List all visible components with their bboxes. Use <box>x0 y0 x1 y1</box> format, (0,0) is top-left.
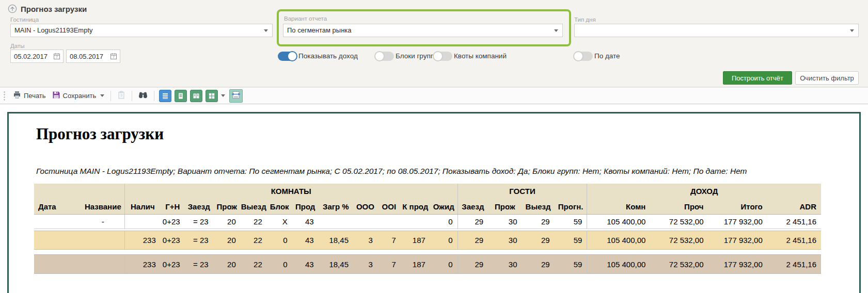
table-cell: 22 <box>241 255 267 274</box>
report-table: КОМНАТЫГОСТИДОХОДДатаНазваниеНаличГ+НЗае… <box>34 184 821 274</box>
table-cell: 29 <box>522 215 554 229</box>
table-cell: 29 <box>522 231 554 250</box>
table-cell <box>34 215 82 229</box>
toggle-knob <box>287 51 297 61</box>
view-continuous-button[interactable] <box>159 90 171 102</box>
table-cell: 20 <box>213 231 241 250</box>
chevron-down-icon[interactable] <box>221 94 225 97</box>
table-cell: 22 <box>241 231 267 250</box>
toolbar-drag-handle[interactable] <box>3 91 6 101</box>
calendar-icon[interactable]: 7 <box>110 53 117 60</box>
build-report-button[interactable]: Построить отчёт <box>723 71 792 85</box>
table-cell: 3 <box>353 231 377 250</box>
collapse-panel-icon[interactable] <box>8 4 17 13</box>
column-header: Налич <box>124 199 160 215</box>
table-cell: 29 <box>457 215 488 229</box>
table-cell: 18,45 <box>319 231 353 250</box>
view-two-pages-button[interactable] <box>190 90 202 102</box>
toolbar-separator <box>132 91 132 101</box>
group-blocks-toggle[interactable] <box>375 52 394 61</box>
table-cell: 0 <box>267 231 292 250</box>
show-revenue-toggle[interactable] <box>278 52 296 61</box>
group-blocks-toggle-label: Блоки групп <box>396 52 434 60</box>
table-cell: 105 400,00 <box>587 255 650 274</box>
calendar-icon[interactable]: 7 <box>53 53 60 60</box>
column-header: Ожид <box>430 199 457 215</box>
table-cell: 22 <box>241 215 267 229</box>
column-header: Проч <box>650 199 708 215</box>
table-cell <box>82 255 125 274</box>
table-cell: 105 400,00 <box>587 215 650 229</box>
table-cell: 20 <box>213 215 241 229</box>
report-subtitle: Гостиница MAIN - Logus21193Empty; Вариан… <box>36 167 747 176</box>
table-cell: 0 <box>430 255 457 274</box>
clear-filter-button[interactable]: Очистить фильтр <box>795 71 859 85</box>
table-cell: 43 <box>292 255 319 274</box>
table-cell: 177 932,00 <box>708 215 767 229</box>
fit-page-width-button[interactable] <box>229 89 243 103</box>
hotel-label: Гостиница <box>10 17 39 23</box>
view-single-page-button[interactable] <box>175 90 187 102</box>
by-date-toggle[interactable] <box>574 52 593 61</box>
column-header: Дата <box>34 199 82 215</box>
report-table-wrap: КОМНАТЫГОСТИДОХОДДатаНазваниеНаличГ+НЗае… <box>34 184 821 274</box>
table-cell <box>82 231 125 250</box>
hotel-select[interactable]: MAIN - Logus21193Empty <box>10 24 273 37</box>
printer-icon <box>13 91 21 101</box>
save-button-label: Сохранить <box>63 92 97 100</box>
column-header: Выезд <box>241 199 267 215</box>
svg-text:?: ? <box>120 94 122 97</box>
day-type-select[interactable] <box>574 24 859 37</box>
table-cell: 177 932,00 <box>708 231 767 250</box>
table-row: 2330+23= 23202204318,4537187029302959105… <box>34 255 821 274</box>
page-title: Прогноз загрузки <box>21 5 87 13</box>
column-header: Итого <box>708 199 767 215</box>
company-quotas-toggle-label: Квоты компаний <box>454 52 507 60</box>
company-quotas-toggle[interactable] <box>434 52 452 61</box>
report-variant-select[interactable]: По сегментам рынка <box>283 24 563 37</box>
view-multi-page-button[interactable] <box>206 90 218 102</box>
report-toolbar: Печать Сохранить <box>0 87 868 104</box>
day-type-label: Тип дня <box>574 17 596 23</box>
table-cell: 187 <box>401 231 430 250</box>
table-cell: = 23 <box>185 255 213 274</box>
column-header: Комн <box>587 199 650 215</box>
print-button[interactable]: Печать <box>10 89 49 102</box>
dates-label: Даты <box>10 43 24 49</box>
table-cell: 59 <box>555 231 587 250</box>
binoculars-search-icon <box>138 91 148 100</box>
column-header: Заезд <box>457 199 488 215</box>
report-page: Прогноз загрузки Гостиница MAIN - Logus2… <box>7 112 861 293</box>
show-revenue-toggle-label: Показывать доход <box>298 52 358 60</box>
table-cell: 233 <box>124 231 160 250</box>
column-header: Прогн. <box>555 199 587 215</box>
table-cell <box>34 255 82 274</box>
column-header: OOO <box>353 199 377 215</box>
table-cell: 0 <box>267 255 292 274</box>
app-window: Прогноз загрузки Гостиница MAIN - Logus2… <box>0 0 868 293</box>
paste-button-disabled[interactable]: ? <box>114 89 129 102</box>
print-button-label: Печать <box>24 92 46 100</box>
table-cell: 187 <box>401 255 430 274</box>
column-header: Г+Н <box>161 199 185 215</box>
column-header: Выезд <box>522 199 554 215</box>
table-cell: 7 <box>377 231 401 250</box>
save-button[interactable]: Сохранить <box>49 89 108 102</box>
table-cell: 72 532,00 <box>650 215 708 229</box>
column-header: Прож <box>213 199 241 215</box>
table-cell: 0+23 <box>161 215 185 229</box>
table-cell: 43 <box>292 231 319 250</box>
table-cell: 0 <box>430 231 457 250</box>
table-row: -0+23= 232022X43029302959105 400,0072 53… <box>34 215 821 229</box>
table-cell: 59 <box>555 215 587 229</box>
table-cell <box>124 215 160 229</box>
table-cell <box>319 215 353 229</box>
table-cell: 72 532,00 <box>650 255 708 274</box>
toggle-knob <box>573 51 583 61</box>
column-group-header: ГОСТИ <box>457 184 587 199</box>
report-title: Прогноз загрузки <box>36 125 164 143</box>
fit-page-width-icon <box>231 91 241 101</box>
search-button[interactable] <box>135 90 151 102</box>
column-header: Название <box>82 199 125 215</box>
toolbar-separator <box>111 91 111 101</box>
